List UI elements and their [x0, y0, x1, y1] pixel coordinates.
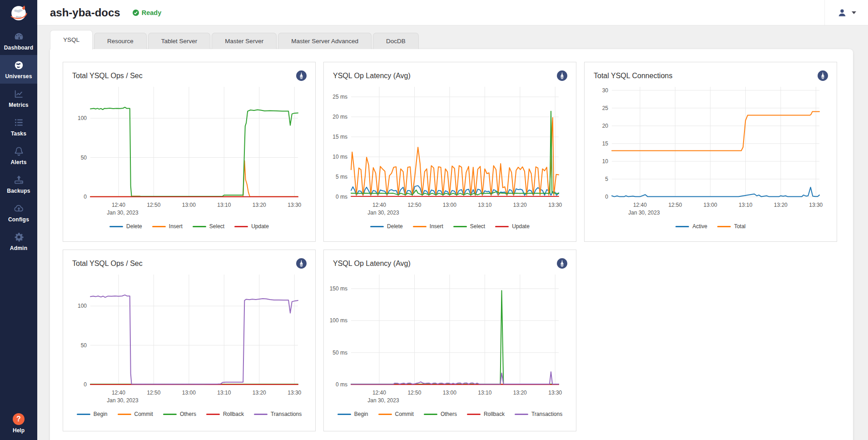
sidebar-item-dashboard[interactable]: Dashboard — [0, 26, 37, 55]
svg-text:12:40: 12:40 — [112, 202, 125, 208]
prometheus-icon[interactable] — [556, 70, 568, 81]
legend-item-update[interactable]: Update — [495, 223, 530, 230]
legend-item-commit[interactable]: Commit — [118, 411, 153, 417]
legend-item-delete[interactable]: Delete — [109, 223, 142, 230]
prometheus-icon[interactable] — [817, 70, 828, 81]
chart-plot-area[interactable]: 05101520253012:40Jan 30, 202312:5013:001… — [585, 82, 837, 221]
legend-item-update[interactable]: Update — [234, 223, 269, 230]
legend-swatch — [193, 226, 206, 227]
chart-legend: ActiveTotal — [585, 221, 837, 230]
legend-item-total[interactable]: Total — [717, 223, 745, 230]
legend-item-insert[interactable]: Insert — [413, 223, 443, 230]
chart-plot-area[interactable]: 05010012:40Jan 30, 202312:5013:0013:1013… — [63, 270, 315, 409]
app-logo[interactable] — [0, 0, 37, 26]
chart-plot-area[interactable]: 05010012:40Jan 30, 202312:5013:0013:1013… — [63, 82, 315, 221]
legend-label: Total — [734, 223, 745, 230]
legend-item-rollback[interactable]: Rollback — [467, 411, 505, 417]
svg-text:Jan 30, 2023: Jan 30, 2023 — [367, 210, 399, 216]
svg-text:0 ms: 0 ms — [336, 381, 347, 388]
svg-text:13:00: 13:00 — [182, 202, 196, 208]
legend-label: Transactions — [271, 411, 302, 417]
legend-item-transactions[interactable]: Transactions — [515, 411, 562, 417]
svg-text:13:30: 13:30 — [288, 390, 301, 396]
sidebar-item-label: Tasks — [11, 130, 26, 137]
svg-text:30: 30 — [602, 87, 609, 94]
legend-label: Transactions — [531, 411, 562, 417]
sidebar-item-backups[interactable]: Backups — [0, 170, 37, 198]
svg-text:20: 20 — [602, 123, 609, 129]
svg-text:25 ms: 25 ms — [332, 94, 347, 100]
tab-master-server-advanced[interactable]: Master Server Advanced — [278, 33, 372, 49]
legend-swatch — [234, 226, 248, 227]
chart-plot-area[interactable]: 0 ms50 ms100 ms150 ms12:40Jan 30, 202312… — [324, 270, 576, 409]
sidebar-item-label: Configs — [8, 216, 29, 223]
top-header: ash-yba-docs Ready — [37, 0, 868, 25]
legend-label: Begin — [94, 411, 108, 417]
legend-label: Rollback — [484, 411, 505, 417]
svg-text:12:50: 12:50 — [407, 202, 421, 208]
legend-item-begin[interactable]: Begin — [337, 411, 368, 417]
legend-label: Insert — [169, 223, 183, 230]
tab-master-server[interactable]: Master Server — [212, 33, 277, 49]
chart-plot-area[interactable]: 0 ms5 ms10 ms15 ms20 ms25 ms12:40Jan 30,… — [324, 82, 576, 221]
legend-swatch — [495, 226, 509, 227]
sidebar-item-admin[interactable]: Admin — [0, 227, 37, 255]
svg-text:12:50: 12:50 — [407, 390, 421, 396]
sidebar-item-metrics[interactable]: Metrics — [0, 84, 37, 112]
legend-item-transactions[interactable]: Transactions — [254, 411, 302, 417]
svg-text:13:00: 13:00 — [443, 390, 456, 396]
legend-item-insert[interactable]: Insert — [152, 223, 183, 230]
sidebar-item-tasks[interactable]: Tasks — [0, 112, 37, 141]
prometheus-icon[interactable] — [296, 258, 307, 269]
svg-text:13:10: 13:10 — [217, 390, 231, 396]
legend-item-commit[interactable]: Commit — [378, 411, 414, 417]
legend-label: Active — [692, 223, 707, 230]
tab-resource[interactable]: Resource — [94, 33, 147, 49]
tab-tablet-server[interactable]: Tablet Server — [148, 33, 211, 49]
svg-text:0: 0 — [84, 381, 87, 388]
svg-text:100 ms: 100 ms — [330, 317, 347, 324]
legend-item-select[interactable]: Select — [193, 223, 224, 230]
tab-ysql[interactable]: YSQL — [50, 30, 93, 50]
legend-label: Update — [512, 223, 530, 230]
legend-item-others[interactable]: Others — [424, 411, 457, 417]
svg-text:20 ms: 20 ms — [332, 114, 347, 120]
legend-swatch — [370, 226, 384, 227]
svg-text:12:50: 12:50 — [668, 202, 682, 208]
legend-item-others[interactable]: Others — [163, 411, 196, 417]
legend-item-select[interactable]: Select — [453, 223, 485, 230]
svg-text:13:10: 13:10 — [478, 202, 491, 208]
tab-docdb[interactable]: DocDB — [373, 33, 419, 49]
svg-text:5 ms: 5 ms — [336, 174, 347, 180]
sidebar-item-label: Universes — [5, 73, 32, 80]
svg-text:100: 100 — [78, 115, 87, 121]
chart-title: YSQL Op Latency (Avg) — [333, 72, 411, 80]
svg-text:13:10: 13:10 — [739, 202, 752, 208]
legend-label: Delete — [126, 223, 142, 230]
sidebar-item-label: Admin — [10, 245, 27, 251]
sidebar-item-universes[interactable]: Universes — [0, 55, 37, 84]
svg-text:12:50: 12:50 — [147, 390, 160, 396]
svg-text:13:30: 13:30 — [809, 202, 823, 208]
legend-item-active[interactable]: Active — [675, 223, 707, 230]
svg-text:13:00: 13:00 — [443, 202, 456, 208]
legend-item-begin[interactable]: Begin — [77, 411, 108, 417]
svg-text:Jan 30, 2023: Jan 30, 2023 — [107, 397, 139, 404]
svg-text:13:30: 13:30 — [548, 390, 562, 396]
chart-svg: 05101520253012:40Jan 30, 202312:5013:001… — [589, 83, 825, 220]
legend-label: Update — [251, 223, 269, 230]
legend-item-rollback[interactable]: Rollback — [206, 411, 244, 417]
legend-item-delete[interactable]: Delete — [370, 223, 403, 230]
sidebar-item-alerts[interactable]: Alerts — [0, 141, 37, 170]
sidebar-item-help[interactable]: ? Help — [0, 413, 37, 434]
legend-label: Others — [180, 411, 196, 417]
configs-icon — [13, 203, 25, 215]
panel-header: Total YSQL Ops / Sec — [63, 62, 315, 82]
prometheus-icon[interactable] — [556, 258, 568, 269]
svg-text:Jan 30, 2023: Jan 30, 2023 — [107, 210, 139, 216]
user-menu-button[interactable] — [824, 0, 868, 25]
legend-swatch — [515, 414, 528, 415]
sidebar-item-configs[interactable]: Configs — [0, 198, 37, 227]
chart-svg: 0 ms50 ms100 ms150 ms12:40Jan 30, 202312… — [328, 271, 564, 407]
prometheus-icon[interactable] — [296, 70, 307, 81]
